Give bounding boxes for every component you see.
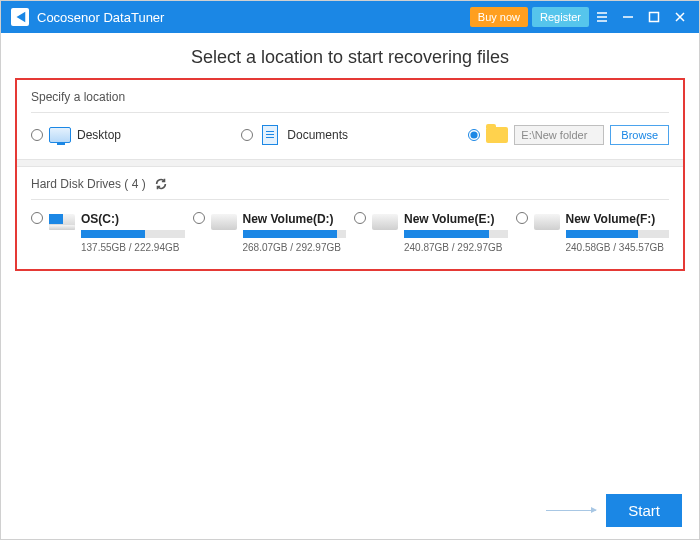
drive-usage-fill (243, 230, 337, 238)
drive-d-radio[interactable] (193, 212, 205, 224)
drive-f[interactable]: New Volume(F:) 240.58GB / 345.57GB (516, 212, 670, 253)
drive-row: OS(C:) 137.55GB / 222.94GB New Volume(D:… (31, 200, 669, 253)
drives-section-title: Hard Disk Drives ( 4 ) (31, 177, 669, 200)
drive-size: 240.58GB / 345.57GB (566, 242, 670, 253)
browse-button[interactable]: Browse (610, 125, 669, 145)
drive-size: 137.55GB / 222.94GB (81, 242, 185, 253)
specify-location-title: Specify a location (31, 90, 669, 113)
buy-now-button[interactable]: Buy now (470, 7, 528, 27)
drive-usage-fill (404, 230, 489, 238)
app-logo (11, 8, 29, 26)
maximize-icon[interactable] (641, 1, 667, 33)
titlebar: Cocosenor DataTuner Buy now Register (1, 1, 699, 33)
drive-c[interactable]: OS(C:) 137.55GB / 222.94GB (31, 212, 185, 253)
app-title: Cocosenor DataTuner (37, 10, 164, 25)
hdd-icon (372, 214, 398, 230)
drive-e-radio[interactable] (354, 212, 366, 224)
drive-name: New Volume(D:) (243, 212, 347, 226)
documents-label: Documents (287, 128, 348, 142)
menu-icon[interactable] (589, 1, 615, 33)
svg-rect-0 (650, 13, 659, 22)
start-button[interactable]: Start (606, 494, 682, 527)
drive-usage-bar (566, 230, 670, 238)
drive-usage-fill (566, 230, 638, 238)
close-icon[interactable] (667, 1, 693, 33)
desktop-radio[interactable] (31, 129, 43, 141)
drive-f-radio[interactable] (516, 212, 528, 224)
desktop-icon (49, 126, 71, 144)
drives-title-label: Hard Disk Drives ( 4 ) (31, 177, 146, 191)
drive-usage-bar (243, 230, 347, 238)
desktop-label: Desktop (77, 128, 121, 142)
drive-usage-fill (81, 230, 145, 238)
drive-name: New Volume(F:) (566, 212, 670, 226)
documents-icon (259, 126, 281, 144)
desktop-option[interactable]: Desktop (31, 126, 121, 144)
drive-size: 240.87GB / 292.97GB (404, 242, 508, 253)
drive-size: 268.07GB / 292.97GB (243, 242, 347, 253)
arrow-indicator (546, 510, 596, 511)
drive-usage-bar (81, 230, 185, 238)
folder-icon (486, 126, 508, 144)
footer: Start (0, 490, 700, 540)
drive-usage-bar (404, 230, 508, 238)
hdd-icon (534, 214, 560, 230)
custom-path-radio[interactable] (468, 129, 480, 141)
drive-d[interactable]: New Volume(D:) 268.07GB / 292.97GB (193, 212, 347, 253)
page-title: Select a location to start recovering fi… (1, 33, 699, 78)
drive-e[interactable]: New Volume(E:) 240.87GB / 292.97GB (354, 212, 508, 253)
register-button[interactable]: Register (532, 7, 589, 27)
documents-radio[interactable] (241, 129, 253, 141)
section-separator (17, 159, 683, 167)
drive-os-icon (49, 214, 75, 230)
custom-path-option[interactable]: E:\New folder Browse (468, 125, 669, 145)
drive-name: OS(C:) (81, 212, 185, 226)
minimize-icon[interactable] (615, 1, 641, 33)
location-row: Desktop Documents E:\New folder Browse (31, 113, 669, 159)
drive-name: New Volume(E:) (404, 212, 508, 226)
drive-c-radio[interactable] (31, 212, 43, 224)
selection-panel: Specify a location Desktop Documents E:\… (15, 78, 685, 271)
custom-path-field[interactable]: E:\New folder (514, 125, 604, 145)
hdd-icon (211, 214, 237, 230)
refresh-icon[interactable] (154, 177, 168, 191)
documents-option[interactable]: Documents (241, 126, 348, 144)
